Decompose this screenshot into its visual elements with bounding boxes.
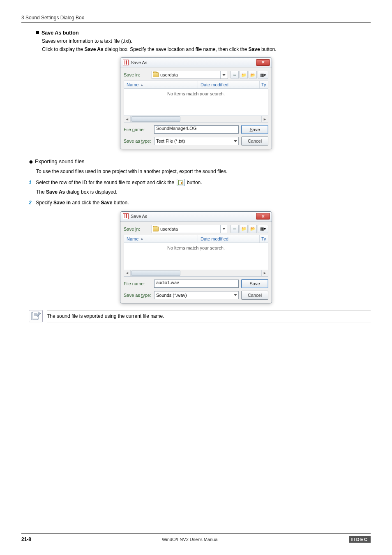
file-list-empty: No items match your search. — [124, 243, 268, 270]
sort-asc-icon: ▲ — [140, 83, 143, 87]
chevron-down-icon[interactable] — [220, 71, 227, 79]
file-list-header: Name▲ Date modified Ty — [124, 235, 268, 243]
file-name-input[interactable]: audio1.wav — [154, 280, 239, 288]
cancel-button[interactable]: Cancel — [241, 136, 268, 146]
note-block: The sound file is exported using the cur… — [29, 310, 371, 322]
manual-title: WindO/I-NV2 User's Manual — [31, 537, 349, 542]
save-as-type-label: Save as type: — [124, 293, 152, 298]
dialog-titlebar: Save As ✕ — [120, 212, 272, 222]
file-name-label: File name: — [124, 281, 152, 286]
save-as-type-label: Save as type: — [124, 139, 152, 143]
new-folder-icon[interactable]: 📂 — [249, 71, 257, 79]
folder-icon — [153, 227, 159, 231]
save-as-dialog-2: Save As ✕ Save in: userdata ⬅ 📁 📂 ▦▾ Nam… — [120, 211, 272, 303]
running-header: 3 Sound Settings Dialog Box — [21, 15, 371, 23]
scroll-thumb[interactable] — [131, 116, 180, 122]
paragraph: Click to display the Save As dialog box.… — [42, 46, 371, 53]
save-button[interactable]: Save — [241, 279, 268, 288]
views-icon[interactable]: ▦▾ — [258, 225, 268, 233]
horizontal-scrollbar[interactable]: ◄ ► — [124, 116, 268, 123]
step-2: 2 Specify Save in and click the Save but… — [29, 199, 371, 207]
column-name[interactable]: Name▲ — [124, 235, 198, 243]
dialog-toolbar: ⬅ 📁 📂 ▦▾ — [231, 225, 268, 233]
save-in-value: userdata — [160, 227, 178, 231]
new-folder-icon[interactable]: 📂 — [249, 225, 257, 233]
heading-save-as-button: Save As button — [36, 30, 371, 36]
scroll-right-icon[interactable]: ► — [261, 270, 268, 276]
save-in-combo[interactable]: userdata — [152, 71, 228, 79]
brand-badge: IDEC — [349, 536, 371, 543]
page-footer: 21-8 WindO/I-NV2 User's Manual IDEC — [21, 533, 371, 543]
back-icon[interactable]: ⬅ — [231, 225, 239, 233]
column-name[interactable]: Name▲ — [124, 81, 198, 88]
close-button[interactable]: ✕ — [256, 213, 270, 220]
save-in-value: userdata — [160, 72, 178, 77]
step-number: 2 — [29, 199, 35, 207]
up-one-level-icon[interactable]: 📁 — [240, 225, 248, 233]
save-as-type-combo[interactable]: Sounds (*.wav) — [154, 291, 239, 299]
close-button[interactable]: ✕ — [256, 59, 270, 66]
file-list-header: Name▲ Date modified Ty — [124, 81, 268, 89]
column-date-modified[interactable]: Date modified — [198, 81, 260, 88]
dialog-toolbar: ⬅ 📁 📂 ▦▾ — [231, 71, 268, 79]
heading-text: Save As button — [42, 30, 79, 36]
folder-icon — [153, 72, 159, 77]
cancel-button[interactable]: Cancel — [241, 291, 268, 300]
dialog-title: Save As — [131, 60, 147, 65]
paragraph: Saves error information to a text file (… — [42, 37, 371, 45]
up-one-level-icon[interactable]: 📁 — [240, 71, 248, 79]
column-type[interactable]: Ty — [260, 81, 268, 88]
views-icon[interactable]: ▦▾ — [258, 71, 268, 79]
chevron-down-icon[interactable] — [232, 291, 238, 299]
export-icon — [177, 179, 185, 186]
step-1-result: The Save As dialog box is displayed. — [36, 188, 371, 196]
chevron-down-icon[interactable] — [232, 137, 238, 145]
page-number: 21-8 — [21, 536, 31, 542]
step-number: 1 — [29, 179, 35, 187]
file-name-input[interactable]: SoundManagerLOG — [154, 125, 239, 134]
horizontal-scrollbar[interactable]: ◄ ► — [124, 270, 268, 277]
note-icon — [29, 310, 43, 322]
back-icon[interactable]: ⬅ — [231, 71, 239, 79]
save-as-type-combo[interactable]: Text File (*.txt) — [154, 137, 239, 145]
scroll-left-icon[interactable]: ◄ — [124, 270, 131, 276]
dialog-titlebar: Save As ✕ — [120, 58, 272, 67]
heading-exporting-sound-files: ●Exporting sound files — [29, 157, 371, 166]
save-in-combo[interactable]: userdata — [152, 225, 228, 233]
chevron-down-icon[interactable] — [220, 225, 227, 233]
note-text: The sound file is exported using the cur… — [47, 310, 371, 322]
column-type[interactable]: Ty — [260, 235, 268, 243]
dialog-title: Save As — [131, 214, 147, 219]
step-1: 1 Select the row of the ID for the sound… — [29, 179, 371, 187]
save-in-label: Save in: — [124, 227, 152, 231]
dot-bullet-icon: ● — [29, 157, 33, 166]
scroll-right-icon[interactable]: ► — [261, 116, 268, 122]
column-date-modified[interactable]: Date modified — [198, 235, 260, 243]
file-name-label: File name: — [124, 127, 152, 132]
save-as-dialog-1: Save As ✕ Save in: Save in: userdata ⬅ 📁… — [120, 57, 272, 149]
save-in-label: Save in: — [124, 72, 152, 77]
scroll-left-icon[interactable]: ◄ — [124, 116, 131, 122]
app-icon — [123, 60, 129, 65]
file-list-empty: No items match your search. — [124, 89, 268, 116]
paragraph: To use the sound files used in one proje… — [36, 168, 371, 176]
scroll-thumb[interactable] — [131, 271, 180, 276]
sort-asc-icon: ▲ — [140, 237, 143, 240]
app-icon — [123, 213, 129, 219]
square-bullet-icon — [36, 31, 39, 34]
save-button[interactable]: Save — [241, 125, 268, 134]
